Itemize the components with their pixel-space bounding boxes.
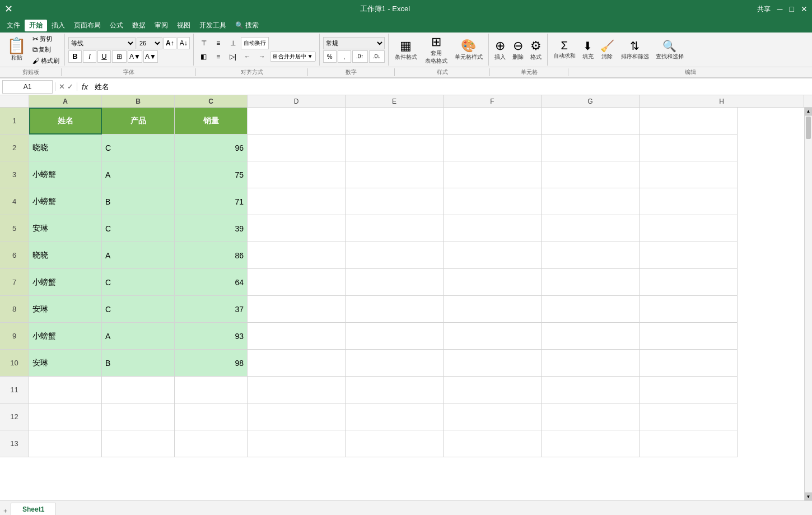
fill-button[interactable]: ⬇ 填充 <box>580 35 596 64</box>
list-item[interactable]: 小螃蟹 <box>29 323 102 350</box>
list-item[interactable] <box>542 350 640 377</box>
list-item[interactable]: 37 <box>175 296 248 323</box>
list-item[interactable] <box>346 430 444 457</box>
row-header[interactable]: 5 <box>0 215 29 242</box>
row-header[interactable]: 4 <box>0 188 29 215</box>
list-item[interactable] <box>542 188 640 215</box>
list-item[interactable] <box>29 377 102 403</box>
list-item[interactable] <box>542 296 640 323</box>
list-item[interactable] <box>444 161 542 188</box>
list-item[interactable]: 晓晓 <box>29 242 102 269</box>
col-header-h[interactable]: H <box>640 95 804 107</box>
cut-button[interactable]: ✂ 剪切 <box>31 34 61 44</box>
row-header[interactable]: 3 <box>0 161 29 188</box>
list-item[interactable] <box>102 430 175 457</box>
bold-button[interactable]: B <box>68 50 82 63</box>
insert-cell-button[interactable]: ⊕ 插入 <box>492 35 508 64</box>
col-header-e[interactable]: E <box>346 95 444 107</box>
list-item[interactable] <box>248 242 346 269</box>
menu-review[interactable]: 审阅 <box>150 20 172 31</box>
list-item[interactable] <box>444 188 542 215</box>
list-item[interactable]: 39 <box>175 215 248 242</box>
list-item[interactable]: C <box>102 134 175 161</box>
list-item[interactable] <box>542 323 640 350</box>
maximize-button[interactable]: □ <box>790 4 794 13</box>
list-item[interactable] <box>542 269 640 296</box>
delete-cell-button[interactable]: ⊖ 删除 <box>510 35 526 64</box>
list-item[interactable] <box>175 430 248 457</box>
list-item[interactable] <box>444 430 542 457</box>
list-item[interactable] <box>248 134 346 161</box>
list-item[interactable] <box>640 296 738 323</box>
menu-view[interactable]: 视图 <box>172 20 195 31</box>
list-item[interactable] <box>346 350 444 377</box>
list-item[interactable]: 姓名 <box>29 108 102 134</box>
list-item[interactable] <box>29 430 102 457</box>
list-item[interactable]: 86 <box>175 242 248 269</box>
list-item[interactable] <box>248 108 346 134</box>
font-size-select[interactable]: 26 <box>137 37 162 49</box>
list-item[interactable]: C <box>102 296 175 323</box>
list-item[interactable] <box>102 377 175 403</box>
list-item[interactable]: 96 <box>175 134 248 161</box>
list-item[interactable] <box>248 188 346 215</box>
list-item[interactable] <box>248 161 346 188</box>
col-header-b[interactable]: B <box>102 95 175 107</box>
list-item[interactable] <box>640 161 738 188</box>
list-item[interactable]: 产品 <box>102 108 175 134</box>
find-select-button[interactable]: 🔍 查找和选择 <box>654 35 686 64</box>
list-item[interactable]: 小螃蟹 <box>29 269 102 296</box>
italic-button[interactable]: I <box>83 50 96 63</box>
list-item[interactable] <box>248 350 346 377</box>
list-item[interactable] <box>542 403 640 430</box>
list-item[interactable] <box>248 296 346 323</box>
scroll-up-button[interactable]: ▲ <box>805 108 812 115</box>
number-format-select[interactable]: 常规 <box>323 37 385 49</box>
list-item[interactable]: 安琳 <box>29 215 102 242</box>
comma-button[interactable]: , <box>338 50 351 63</box>
align-bottom-button[interactable]: ⊥ <box>226 37 240 49</box>
list-item[interactable] <box>248 269 346 296</box>
list-item[interactable] <box>444 323 542 350</box>
list-item[interactable]: 销量 <box>175 108 248 134</box>
list-item[interactable]: C <box>102 269 175 296</box>
list-item[interactable] <box>346 377 444 403</box>
list-item[interactable]: 小螃蟹 <box>29 188 102 215</box>
list-item[interactable] <box>640 323 738 350</box>
list-item[interactable] <box>640 430 738 457</box>
row-header[interactable]: 13 <box>0 430 29 457</box>
list-item[interactable] <box>346 296 444 323</box>
sheet-tab-sheet1[interactable]: Sheet1 <box>11 503 56 515</box>
format-cell-button[interactable]: ⚙ 格式 <box>528 35 544 64</box>
conditional-format-button[interactable]: ▦ 条件格式 <box>392 35 420 64</box>
align-left-button[interactable]: ◧ <box>197 50 211 63</box>
wrap-text-button[interactable]: 自动换行 <box>241 37 269 49</box>
list-item[interactable] <box>175 377 248 403</box>
col-header-a[interactable]: A <box>29 95 102 107</box>
align-top-button[interactable]: ⊤ <box>197 37 211 49</box>
list-item[interactable] <box>175 403 248 430</box>
increase-decimal-button[interactable]: .0↑ <box>352 50 368 63</box>
row-header[interactable]: 12 <box>0 403 29 430</box>
increase-indent-button[interactable]: → <box>255 50 269 63</box>
list-item[interactable]: A <box>102 242 175 269</box>
menu-insert[interactable]: 插入 <box>47 20 69 31</box>
row-header[interactable]: 2 <box>0 134 29 161</box>
scroll-thumb[interactable] <box>806 117 811 139</box>
cell-styles-button[interactable]: 🎨 单元格样式 <box>452 35 485 64</box>
list-item[interactable] <box>346 403 444 430</box>
list-item[interactable]: 晓晓 <box>29 134 102 161</box>
list-item[interactable]: 安琳 <box>29 296 102 323</box>
list-item[interactable] <box>248 403 346 430</box>
list-item[interactable] <box>542 215 640 242</box>
list-item[interactable] <box>444 269 542 296</box>
menu-data[interactable]: 数据 <box>128 20 150 31</box>
list-item[interactable] <box>248 323 346 350</box>
list-item[interactable]: 64 <box>175 269 248 296</box>
corner-cell[interactable] <box>0 95 29 107</box>
list-item[interactable] <box>640 215 738 242</box>
underline-button[interactable]: U <box>97 50 111 63</box>
font-color-button[interactable]: A▼ <box>143 50 158 63</box>
list-item[interactable] <box>248 215 346 242</box>
fill-color-button[interactable]: A▼ <box>128 50 142 63</box>
